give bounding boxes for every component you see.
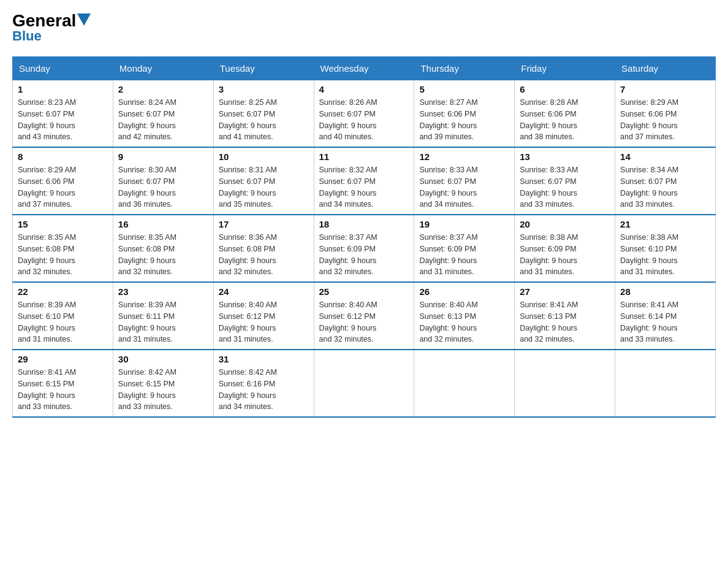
day-info: Sunrise: 8:41 AM Sunset: 6:15 PM Dayligh…	[18, 367, 108, 413]
logo-blue: Blue	[12, 28, 42, 44]
day-number: 18	[319, 219, 409, 229]
calendar-cell	[615, 350, 716, 417]
logo: General Blue	[12, 12, 91, 44]
day-number: 21	[620, 219, 710, 229]
calendar-cell: 4 Sunrise: 8:26 AM Sunset: 6:07 PM Dayli…	[314, 80, 414, 148]
calendar-cell: 7 Sunrise: 8:29 AM Sunset: 6:06 PM Dayli…	[615, 80, 716, 148]
day-number: 19	[419, 219, 509, 229]
calendar-cell: 12 Sunrise: 8:33 AM Sunset: 6:07 PM Dayl…	[414, 147, 515, 215]
day-number: 8	[18, 151, 108, 162]
calendar-week-row: 29 Sunrise: 8:41 AM Sunset: 6:15 PM Dayl…	[13, 350, 716, 417]
day-info: Sunrise: 8:28 AM Sunset: 6:06 PM Dayligh…	[520, 97, 610, 143]
day-info: Sunrise: 8:29 AM Sunset: 6:06 PM Dayligh…	[620, 97, 710, 143]
calendar-cell: 13 Sunrise: 8:33 AM Sunset: 6:07 PM Dayl…	[515, 147, 615, 215]
day-info: Sunrise: 8:39 AM Sunset: 6:10 PM Dayligh…	[18, 299, 108, 345]
day-info: Sunrise: 8:30 AM Sunset: 6:07 PM Dayligh…	[118, 164, 208, 210]
day-info: Sunrise: 8:41 AM Sunset: 6:13 PM Dayligh…	[520, 299, 610, 345]
calendar-cell: 11 Sunrise: 8:32 AM Sunset: 6:07 PM Dayl…	[314, 147, 414, 215]
calendar-cell: 25 Sunrise: 8:40 AM Sunset: 6:12 PM Dayl…	[314, 282, 414, 350]
day-number: 6	[520, 84, 610, 94]
day-number: 22	[18, 286, 108, 297]
day-number: 24	[219, 286, 309, 297]
day-number: 9	[118, 151, 208, 162]
day-info: Sunrise: 8:33 AM Sunset: 6:07 PM Dayligh…	[419, 164, 509, 210]
day-number: 10	[219, 151, 309, 162]
day-info: Sunrise: 8:40 AM Sunset: 6:13 PM Dayligh…	[419, 299, 509, 345]
day-info: Sunrise: 8:40 AM Sunset: 6:12 PM Dayligh…	[319, 299, 409, 345]
day-number: 2	[118, 84, 208, 94]
logo-triangle-icon	[77, 13, 91, 26]
day-info: Sunrise: 8:34 AM Sunset: 6:07 PM Dayligh…	[620, 164, 710, 210]
calendar-header-row: SundayMondayTuesdayWednesdayThursdayFrid…	[13, 57, 716, 80]
calendar-cell	[515, 350, 615, 417]
day-info: Sunrise: 8:38 AM Sunset: 6:09 PM Dayligh…	[520, 232, 610, 278]
calendar-cell: 5 Sunrise: 8:27 AM Sunset: 6:06 PM Dayli…	[414, 80, 515, 148]
calendar-cell: 1 Sunrise: 8:23 AM Sunset: 6:07 PM Dayli…	[13, 80, 113, 148]
calendar-week-row: 8 Sunrise: 8:29 AM Sunset: 6:06 PM Dayli…	[13, 147, 716, 215]
calendar-cell	[414, 350, 515, 417]
calendar-cell: 14 Sunrise: 8:34 AM Sunset: 6:07 PM Dayl…	[615, 147, 716, 215]
header-wednesday: Wednesday	[314, 57, 414, 80]
day-info: Sunrise: 8:39 AM Sunset: 6:11 PM Dayligh…	[118, 299, 208, 345]
day-number: 17	[219, 219, 309, 229]
header-thursday: Thursday	[414, 57, 515, 80]
logo-general: General	[12, 12, 76, 29]
day-info: Sunrise: 8:31 AM Sunset: 6:07 PM Dayligh…	[219, 164, 309, 210]
day-number: 27	[520, 286, 610, 297]
day-number: 15	[18, 219, 108, 229]
day-number: 12	[419, 151, 509, 162]
calendar-cell: 3 Sunrise: 8:25 AM Sunset: 6:07 PM Dayli…	[213, 80, 314, 148]
day-number: 29	[18, 354, 108, 364]
day-info: Sunrise: 8:36 AM Sunset: 6:08 PM Dayligh…	[219, 232, 309, 278]
calendar-cell: 15 Sunrise: 8:35 AM Sunset: 6:08 PM Dayl…	[13, 215, 113, 282]
calendar-cell: 20 Sunrise: 8:38 AM Sunset: 6:09 PM Dayl…	[515, 215, 615, 282]
day-info: Sunrise: 8:24 AM Sunset: 6:07 PM Dayligh…	[118, 97, 208, 143]
calendar-cell: 27 Sunrise: 8:41 AM Sunset: 6:13 PM Dayl…	[515, 282, 615, 350]
header-sunday: Sunday	[13, 57, 113, 80]
header-friday: Friday	[515, 57, 615, 80]
calendar-cell: 31 Sunrise: 8:42 AM Sunset: 6:16 PM Dayl…	[213, 350, 314, 417]
calendar-cell: 18 Sunrise: 8:37 AM Sunset: 6:09 PM Dayl…	[314, 215, 414, 282]
day-number: 14	[620, 151, 710, 162]
day-info: Sunrise: 8:37 AM Sunset: 6:09 PM Dayligh…	[319, 232, 409, 278]
day-info: Sunrise: 8:40 AM Sunset: 6:12 PM Dayligh…	[219, 299, 309, 345]
day-number: 11	[319, 151, 409, 162]
calendar-cell: 23 Sunrise: 8:39 AM Sunset: 6:11 PM Dayl…	[113, 282, 213, 350]
calendar-cell: 22 Sunrise: 8:39 AM Sunset: 6:10 PM Dayl…	[13, 282, 113, 350]
day-info: Sunrise: 8:42 AM Sunset: 6:15 PM Dayligh…	[118, 367, 208, 413]
day-number: 7	[620, 84, 710, 94]
day-info: Sunrise: 8:37 AM Sunset: 6:09 PM Dayligh…	[419, 232, 509, 278]
calendar-cell: 2 Sunrise: 8:24 AM Sunset: 6:07 PM Dayli…	[113, 80, 213, 148]
header-tuesday: Tuesday	[213, 57, 314, 80]
day-info: Sunrise: 8:35 AM Sunset: 6:08 PM Dayligh…	[18, 232, 108, 278]
day-info: Sunrise: 8:29 AM Sunset: 6:06 PM Dayligh…	[18, 164, 108, 210]
day-number: 23	[118, 286, 208, 297]
header-saturday: Saturday	[615, 57, 716, 80]
day-info: Sunrise: 8:38 AM Sunset: 6:10 PM Dayligh…	[620, 232, 710, 278]
day-number: 30	[118, 354, 208, 364]
calendar-cell: 9 Sunrise: 8:30 AM Sunset: 6:07 PM Dayli…	[113, 147, 213, 215]
day-number: 16	[118, 219, 208, 229]
day-number: 31	[219, 354, 309, 364]
calendar-week-row: 1 Sunrise: 8:23 AM Sunset: 6:07 PM Dayli…	[13, 80, 716, 148]
day-number: 5	[419, 84, 509, 94]
day-number: 4	[319, 84, 409, 94]
calendar-cell: 17 Sunrise: 8:36 AM Sunset: 6:08 PM Dayl…	[213, 215, 314, 282]
calendar-cell: 30 Sunrise: 8:42 AM Sunset: 6:15 PM Dayl…	[113, 350, 213, 417]
day-info: Sunrise: 8:33 AM Sunset: 6:07 PM Dayligh…	[520, 164, 610, 210]
calendar-week-row: 22 Sunrise: 8:39 AM Sunset: 6:10 PM Dayl…	[13, 282, 716, 350]
calendar-cell: 8 Sunrise: 8:29 AM Sunset: 6:06 PM Dayli…	[13, 147, 113, 215]
calendar-cell: 16 Sunrise: 8:35 AM Sunset: 6:08 PM Dayl…	[113, 215, 213, 282]
day-number: 1	[18, 84, 108, 94]
calendar-cell	[314, 350, 414, 417]
day-info: Sunrise: 8:32 AM Sunset: 6:07 PM Dayligh…	[319, 164, 409, 210]
calendar-cell: 21 Sunrise: 8:38 AM Sunset: 6:10 PM Dayl…	[615, 215, 716, 282]
calendar-cell: 19 Sunrise: 8:37 AM Sunset: 6:09 PM Dayl…	[414, 215, 515, 282]
header-monday: Monday	[113, 57, 213, 80]
day-info: Sunrise: 8:35 AM Sunset: 6:08 PM Dayligh…	[118, 232, 208, 278]
day-info: Sunrise: 8:27 AM Sunset: 6:06 PM Dayligh…	[419, 97, 509, 143]
header: General Blue	[12, 12, 716, 44]
calendar-table: SundayMondayTuesdayWednesdayThursdayFrid…	[12, 56, 716, 418]
day-number: 25	[319, 286, 409, 297]
day-info: Sunrise: 8:25 AM Sunset: 6:07 PM Dayligh…	[219, 97, 309, 143]
